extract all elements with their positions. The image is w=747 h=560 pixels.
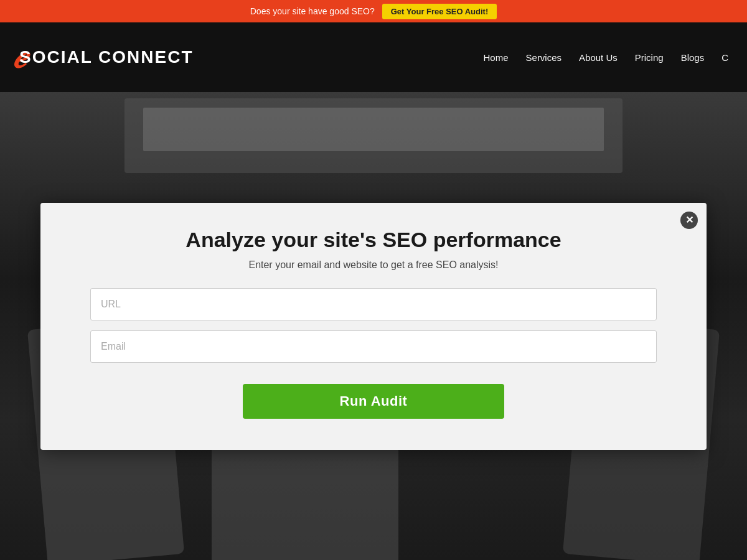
announcement-text: Does your site have good SEO? [250,6,375,16]
announcement-bar: Does your site have good SEO? Get Your F… [0,0,747,22]
modal-overlay: ✕ Analyze your site's SEO performance En… [0,92,747,560]
nav-more[interactable]: C [721,52,728,63]
nav-about[interactable]: About Us [579,52,618,63]
url-input[interactable] [90,288,657,320]
nav-home[interactable]: Home [484,52,509,63]
nav-pricing[interactable]: Pricing [635,52,664,63]
logo-area: 𝑒 SOCIAL CONNECT [12,41,194,73]
logo-text: SOCIAL CONNECT [19,49,194,66]
seo-modal: ✕ Analyze your site's SEO performance En… [40,203,707,450]
site-header: 𝑒 SOCIAL CONNECT Home Services About Us … [0,22,747,92]
nav-links: Home Services About Us Pricing Blogs C [484,52,728,63]
modal-title: Analyze your site's SEO performance [90,228,657,252]
modal-close-button[interactable]: ✕ [680,212,698,229]
nav-blogs[interactable]: Blogs [681,52,705,63]
run-audit-button[interactable]: Run Audit [243,384,504,419]
modal-subtitle: Enter your email and website to get a fr… [90,259,657,271]
email-input[interactable] [90,330,657,363]
nav-services[interactable]: Services [526,52,562,63]
announcement-cta-button[interactable]: Get Your Free SEO Audit! [382,4,497,19]
